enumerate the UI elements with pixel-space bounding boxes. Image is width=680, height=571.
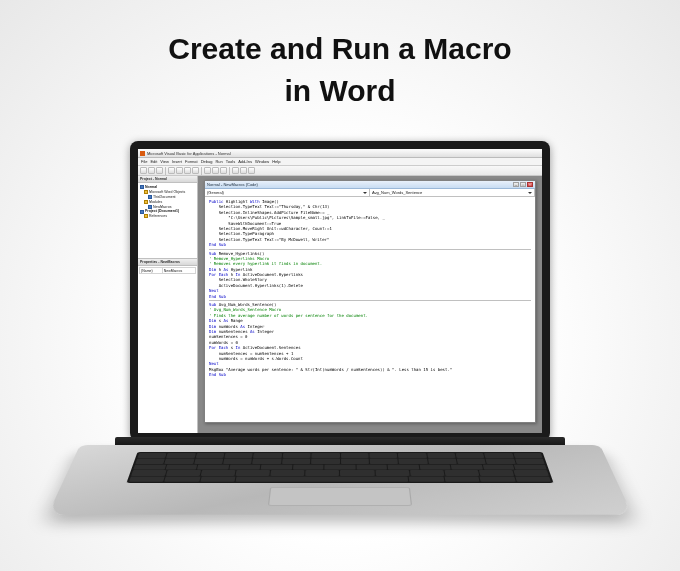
folder-icon	[144, 190, 148, 194]
toolbar-separator	[229, 167, 230, 175]
vba-title-text: Microsoft Visual Basic for Applications …	[147, 151, 231, 156]
maximize-button[interactable]: □	[520, 182, 526, 187]
folder-icon	[144, 214, 148, 218]
properties-panel-title: Properties - NewMacros	[138, 259, 197, 266]
headline-line2: in Word	[0, 70, 680, 112]
toolbar-break-button[interactable]	[212, 167, 219, 174]
prop-name-label: (Name)	[140, 268, 163, 274]
document-icon	[148, 195, 152, 199]
properties-table[interactable]: (Name)NewMacros	[139, 267, 196, 274]
module-icon	[148, 205, 152, 209]
tree-newmacros[interactable]: NewMacros	[153, 205, 171, 209]
menu-debug[interactable]: Debug	[201, 159, 213, 164]
menu-view[interactable]: View	[160, 159, 169, 164]
toolbar-button[interactable]	[184, 167, 191, 174]
laptop-keyboard	[126, 452, 553, 483]
menu-insert[interactable]: Insert	[172, 159, 182, 164]
vba-app-icon	[140, 151, 145, 156]
close-button[interactable]: ×	[527, 182, 533, 187]
tree-references[interactable]: References	[149, 214, 167, 218]
vba-toolbar	[138, 166, 542, 176]
menu-file[interactable]: File	[141, 159, 147, 164]
toolbar-button[interactable]	[176, 167, 183, 174]
procedure-dropdown[interactable]: Avg_Num_Words_Sentence	[370, 189, 535, 196]
menu-window[interactable]: Window	[255, 159, 269, 164]
object-dropdown-value: (General)	[207, 190, 224, 195]
menu-run[interactable]: Run	[215, 159, 222, 164]
toolbar-button[interactable]	[156, 167, 163, 174]
vba-left-panels: Project - Normal Normal Microsoft Word O…	[138, 176, 198, 433]
project-icon	[140, 210, 144, 214]
menu-edit[interactable]: Edit	[150, 159, 157, 164]
code-editor[interactable]: Public Highlight With Image() Selection.…	[205, 197, 535, 422]
toolbar-reset-button[interactable]	[220, 167, 227, 174]
project-icon	[140, 185, 144, 189]
project-tree[interactable]: Normal Microsoft Word Objects ThisDocume…	[138, 183, 197, 258]
minimize-button[interactable]: –	[513, 182, 519, 187]
headline-line1: Create and Run a Macro	[0, 28, 680, 70]
tree-word-objects[interactable]: Microsoft Word Objects	[149, 190, 185, 194]
project-panel-title: Project - Normal	[138, 176, 197, 183]
vba-editor-window: Microsoft Visual Basic for Applications …	[138, 149, 542, 433]
laptop-deck	[48, 445, 633, 515]
tree-modules[interactable]: Modules	[149, 200, 162, 204]
tree-normal[interactable]: Normal	[145, 185, 157, 189]
vba-menubar: File Edit View Insert Format Debug Run T…	[138, 158, 542, 166]
code-window-titlebar[interactable]: Normal - NewMacros (Code) – □ ×	[205, 181, 535, 189]
code-window: Normal - NewMacros (Code) – □ × (General…	[204, 180, 536, 423]
prop-name-value[interactable]: NewMacros	[162, 268, 195, 274]
chevron-down-icon	[363, 192, 367, 194]
tree-project2[interactable]: Project (Document1)	[145, 209, 179, 213]
chevron-down-icon	[528, 192, 532, 194]
menu-format[interactable]: Format	[185, 159, 198, 164]
menu-help[interactable]: Help	[272, 159, 280, 164]
vba-titlebar: Microsoft Visual Basic for Applications …	[138, 149, 542, 158]
laptop-illustration: Microsoft Visual Basic for Applications …	[80, 141, 600, 561]
toolbar-button[interactable]	[168, 167, 175, 174]
laptop-screen-frame: Microsoft Visual Basic for Applications …	[130, 141, 550, 441]
tree-thisdocument[interactable]: ThisDocument	[153, 195, 176, 199]
properties-panel: Properties - NewMacros (Name)NewMacros	[138, 258, 197, 433]
toolbar-run-button[interactable]	[204, 167, 211, 174]
toolbar-separator	[201, 167, 202, 175]
procedure-dropdown-value: Avg_Num_Words_Sentence	[372, 190, 422, 195]
toolbar-button[interactable]	[148, 167, 155, 174]
object-dropdown[interactable]: (General)	[205, 189, 370, 196]
folder-icon	[144, 200, 148, 204]
toolbar-button[interactable]	[140, 167, 147, 174]
page-headline: Create and Run a Macro in Word	[0, 28, 680, 112]
toolbar-button[interactable]	[232, 167, 239, 174]
toolbar-separator	[165, 167, 166, 175]
laptop-touchpad	[268, 487, 412, 506]
code-window-title: Normal - NewMacros (Code)	[207, 182, 258, 187]
toolbar-button[interactable]	[248, 167, 255, 174]
vba-mdi-area: Normal - NewMacros (Code) – □ × (General…	[198, 176, 542, 433]
toolbar-button[interactable]	[240, 167, 247, 174]
menu-tools[interactable]: Tools	[226, 159, 235, 164]
menu-addins[interactable]: Add-Ins	[238, 159, 252, 164]
toolbar-button[interactable]	[192, 167, 199, 174]
